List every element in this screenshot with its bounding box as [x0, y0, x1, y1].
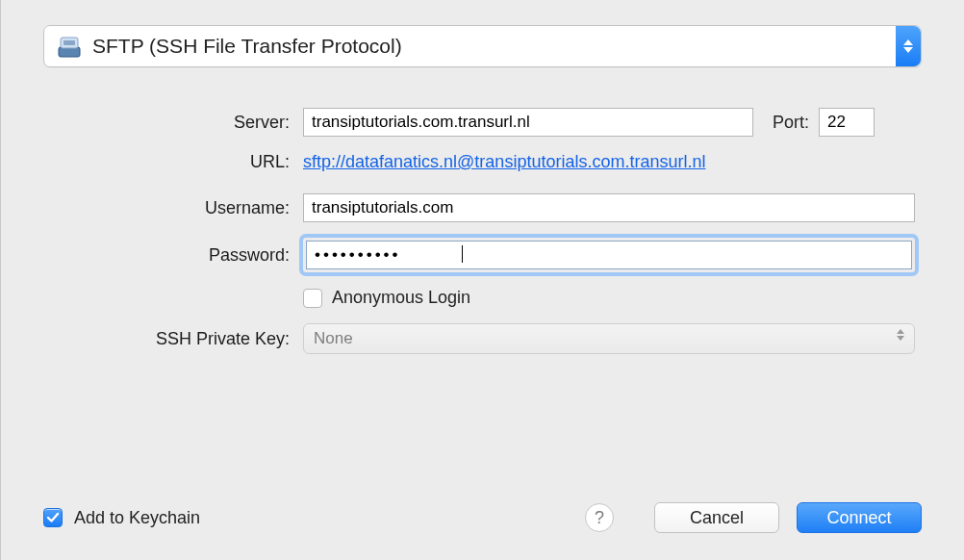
url-label: URL:: [43, 152, 303, 172]
anonymous-login-checkbox[interactable]: Anonymous Login: [303, 288, 470, 308]
checkbox-unchecked-icon: [303, 289, 322, 308]
help-icon: ?: [595, 508, 604, 528]
cancel-button-label: Cancel: [690, 508, 744, 528]
ssh-key-label: SSH Private Key:: [43, 329, 303, 349]
ssh-private-key-dropdown[interactable]: None: [303, 323, 915, 354]
help-button[interactable]: ?: [585, 503, 614, 532]
password-input[interactable]: [306, 241, 912, 269]
checkbox-checked-icon: [43, 508, 63, 527]
protocol-dropdown[interactable]: SFTP (SSH File Transfer Protocol): [43, 25, 922, 67]
url-link[interactable]: sftp://datafanatics.nl@transiptutorials.…: [303, 152, 705, 172]
server-label: Server:: [43, 113, 303, 133]
chevron-updown-icon: [896, 26, 921, 66]
ssh-key-value: None: [314, 329, 353, 348]
port-label: Port:: [773, 113, 809, 133]
port-input[interactable]: [819, 108, 875, 137]
username-label: Username:: [43, 198, 303, 218]
password-label: Password:: [43, 245, 303, 266]
anonymous-login-label: Anonymous Login: [332, 288, 470, 308]
server-input[interactable]: [303, 108, 753, 137]
protocol-icon: [56, 33, 83, 60]
chevron-updown-icon: [897, 329, 904, 341]
svg-rect-2: [63, 40, 75, 45]
cancel-button[interactable]: Cancel: [654, 502, 779, 533]
connect-button-label: Connect: [826, 508, 891, 528]
connect-button[interactable]: Connect: [797, 502, 922, 533]
add-to-keychain-checkbox[interactable]: Add to Keychain: [43, 508, 200, 528]
username-input[interactable]: [303, 193, 915, 222]
text-caret: [462, 245, 463, 263]
protocol-label: SFTP (SSH File Transfer Protocol): [92, 35, 896, 58]
add-to-keychain-label: Add to Keychain: [74, 508, 200, 528]
